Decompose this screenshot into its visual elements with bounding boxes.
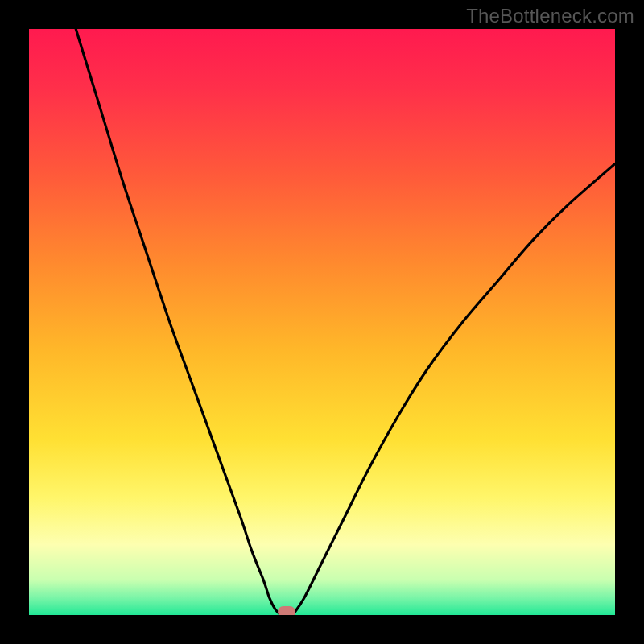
- bottleneck-curve: [29, 29, 615, 615]
- curve-right-branch: [293, 163, 615, 615]
- chart-container: TheBottleneck.com: [0, 0, 644, 644]
- plot-area: [29, 29, 615, 615]
- watermark-text: TheBottleneck.com: [466, 5, 634, 27]
- minimum-marker: [278, 606, 295, 615]
- curve-left-branch: [76, 29, 281, 615]
